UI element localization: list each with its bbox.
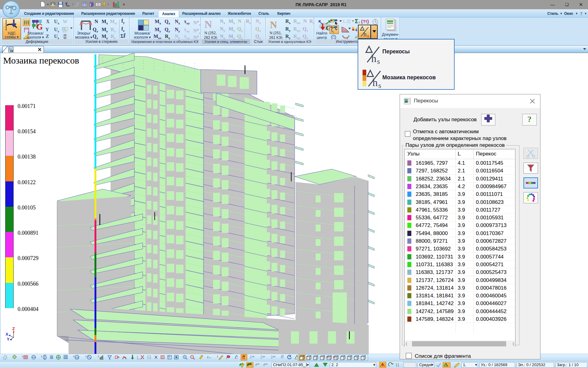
svg-text:s: s <box>378 81 381 88</box>
svg-text:s: s <box>377 57 380 64</box>
svg-text:G: G <box>36 22 43 31</box>
svg-text:a(X): a(X) <box>62 30 67 33</box>
svg-text:h: h <box>363 31 367 38</box>
svg-text:s: s <box>367 34 369 38</box>
svg-text:h: h <box>371 53 376 64</box>
svg-text:h: h <box>372 77 378 88</box>
svg-text:19: 19 <box>10 49 13 52</box>
svg-text:Z: Z <box>12 326 15 331</box>
svg-text:X: X <box>6 332 8 337</box>
svg-text:Y: Y <box>7 337 10 341</box>
svg-text:L: L <box>207 355 209 359</box>
svg-text:EB: EB <box>76 356 79 359</box>
